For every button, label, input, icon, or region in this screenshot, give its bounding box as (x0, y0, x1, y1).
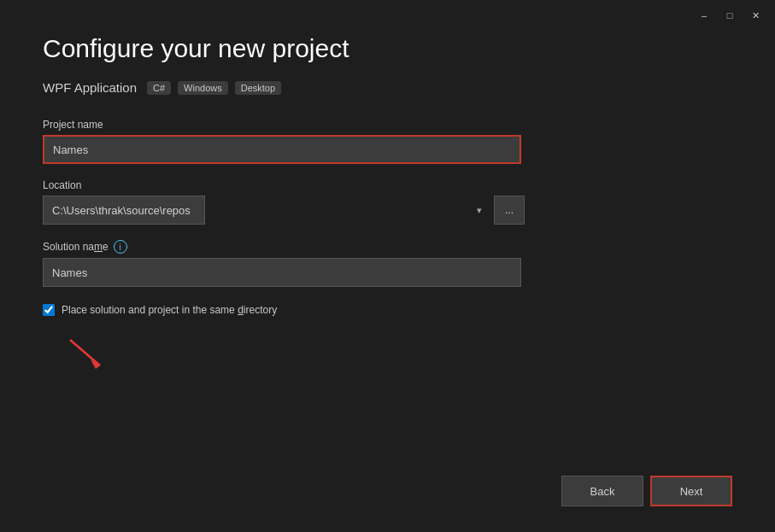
location-label: Location (43, 179, 732, 191)
next-button[interactable]: Next (650, 476, 732, 506)
project-type-label: WPF Application (43, 80, 137, 95)
browse-button[interactable]: ... (494, 196, 525, 225)
solution-name-underline: m (94, 241, 103, 253)
titlebar: – □ ✕ (691, 0, 775, 24)
info-icon: i (114, 240, 127, 254)
same-directory-label[interactable]: Place solution and project in the same d… (62, 304, 277, 316)
project-name-group: Project name (43, 119, 732, 164)
close-button[interactable]: ✕ (743, 7, 768, 24)
footer: Back Next (43, 459, 732, 506)
maximize-button[interactable]: □ (717, 7, 743, 24)
tag-windows: Windows (178, 81, 228, 95)
project-name-label: Project name (43, 119, 732, 131)
project-name-input[interactable] (43, 135, 521, 164)
checkbox-row: Place solution and project in the same d… (43, 304, 732, 316)
main-content: Configure your new project WPF Applicati… (0, 0, 775, 532)
back-button[interactable]: Back (561, 476, 643, 506)
svg-line-0 (70, 340, 100, 365)
minimize-button[interactable]: – (691, 7, 717, 24)
location-input[interactable] (43, 196, 205, 225)
solution-name-label: Solution name (43, 241, 109, 253)
solution-name-row: Solution name i (43, 240, 732, 254)
form-section: Project name Location ... Solution name … (43, 119, 732, 459)
location-group: Location ... (43, 179, 732, 225)
project-type-row: WPF Application C# Windows Desktop (43, 80, 732, 95)
tag-desktop: Desktop (235, 81, 281, 95)
solution-name-group: Solution name i (43, 240, 732, 287)
tag-csharp: C# (147, 81, 171, 95)
same-directory-checkbox[interactable] (43, 304, 55, 316)
arrow-svg (53, 331, 121, 374)
location-input-wrapper (43, 196, 489, 225)
page-title: Configure your new project (43, 34, 732, 63)
solution-name-input[interactable] (43, 258, 521, 287)
arrow-annotation (53, 331, 121, 374)
location-row: ... (43, 196, 732, 225)
